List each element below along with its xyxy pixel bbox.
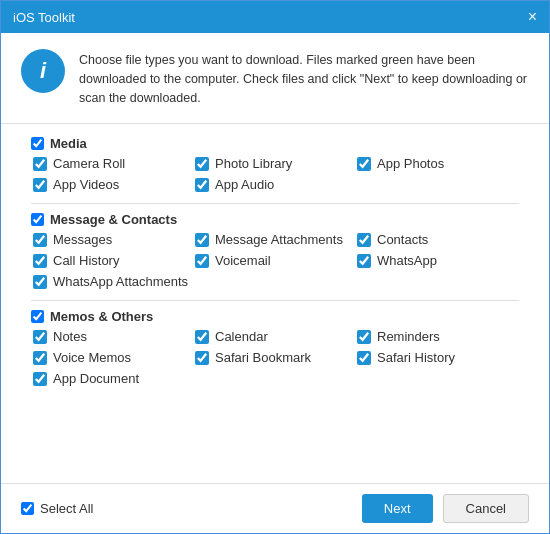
message-contacts-header-checkbox[interactable] [31,213,44,226]
memos-others-header: Memos & Others [31,309,519,324]
memos-others-section-label: Memos & Others [50,309,153,324]
message-attachments-checkbox[interactable] [195,233,209,247]
safari-history-checkbox[interactable] [357,351,371,365]
camera-roll-item[interactable]: Camera Roll [33,155,195,172]
media-header-checkbox[interactable] [31,137,44,150]
divider-1 [31,203,519,204]
info-banner: i Choose file types you want to download… [1,33,549,124]
photo-library-label: Photo Library [215,156,292,171]
close-button[interactable]: × [528,9,537,25]
memos-others-section: Memos & Others Notes Calendar Reminders [31,309,519,387]
voice-memos-label: Voice Memos [53,350,131,365]
camera-roll-label: Camera Roll [53,156,125,171]
select-all-checkbox[interactable] [21,502,34,515]
divider-2 [31,300,519,301]
safari-bookmark-item[interactable]: Safari Bookmark [195,349,357,366]
media-section-header: Media [31,136,519,151]
main-window: iOS Toolkit × i Choose file types you wa… [0,0,550,534]
app-audio-label: App Audio [215,177,274,192]
footer: Select All Next Cancel [1,483,549,533]
messages-item[interactable]: Messages [33,231,195,248]
contacts-checkbox[interactable] [357,233,371,247]
content-area: Media Camera Roll Photo Library App Phot… [1,124,549,483]
whatsapp-label: WhatsApp [377,253,437,268]
camera-roll-checkbox[interactable] [33,157,47,171]
message-contacts-checkboxes: Messages Message Attachments Contacts Ca… [31,231,519,290]
message-attachments-item[interactable]: Message Attachments [195,231,357,248]
message-contacts-section: Message & Contacts Messages Message Atta… [31,212,519,290]
voice-memos-item[interactable]: Voice Memos [33,349,195,366]
next-button[interactable]: Next [362,494,433,523]
calendar-checkbox[interactable] [195,330,209,344]
photo-library-item[interactable]: Photo Library [195,155,357,172]
calendar-label: Calendar [215,329,268,344]
call-history-checkbox[interactable] [33,254,47,268]
whatsapp-attachments-checkbox[interactable] [33,275,47,289]
info-icon: i [21,49,65,93]
safari-bookmark-checkbox[interactable] [195,351,209,365]
safari-bookmark-label: Safari Bookmark [215,350,311,365]
app-videos-checkbox[interactable] [33,178,47,192]
media-section: Media Camera Roll Photo Library App Phot… [31,136,519,193]
memos-others-header-checkbox[interactable] [31,310,44,323]
reminders-item[interactable]: Reminders [357,328,519,345]
voicemail-checkbox[interactable] [195,254,209,268]
app-document-label: App Document [53,371,139,386]
app-audio-checkbox[interactable] [195,178,209,192]
photo-library-checkbox[interactable] [195,157,209,171]
messages-checkbox[interactable] [33,233,47,247]
memos-others-checkboxes: Notes Calendar Reminders Voice Memos Saf… [31,328,519,387]
whatsapp-attachments-label: WhatsApp Attachments [53,274,188,289]
voicemail-item[interactable]: Voicemail [195,252,357,269]
message-contacts-section-label: Message & Contacts [50,212,177,227]
whatsapp-checkbox[interactable] [357,254,371,268]
safari-history-label: Safari History [377,350,455,365]
reminders-label: Reminders [377,329,440,344]
select-all-label[interactable]: Select All [40,501,93,516]
call-history-label: Call History [53,253,119,268]
safari-history-item[interactable]: Safari History [357,349,519,366]
app-audio-item[interactable]: App Audio [195,176,357,193]
whatsapp-attachments-item[interactable]: WhatsApp Attachments [33,273,195,290]
app-document-checkbox[interactable] [33,372,47,386]
message-contacts-header: Message & Contacts [31,212,519,227]
notes-item[interactable]: Notes [33,328,195,345]
cancel-button[interactable]: Cancel [443,494,529,523]
media-checkboxes: Camera Roll Photo Library App Photos App… [31,155,519,193]
voice-memos-checkbox[interactable] [33,351,47,365]
messages-label: Messages [53,232,112,247]
info-text: Choose file types you want to download. … [79,49,529,107]
notes-checkbox[interactable] [33,330,47,344]
reminders-checkbox[interactable] [357,330,371,344]
app-document-item[interactable]: App Document [33,370,195,387]
notes-label: Notes [53,329,87,344]
message-attachments-label: Message Attachments [215,232,343,247]
app-photos-checkbox[interactable] [357,157,371,171]
voicemail-label: Voicemail [215,253,271,268]
whatsapp-item[interactable]: WhatsApp [357,252,519,269]
footer-right: Next Cancel [362,494,529,523]
app-photos-label: App Photos [377,156,444,171]
contacts-item[interactable]: Contacts [357,231,519,248]
titlebar: iOS Toolkit × [1,1,549,33]
call-history-item[interactable]: Call History [33,252,195,269]
app-photos-item[interactable]: App Photos [357,155,519,172]
media-section-label: Media [50,136,87,151]
footer-left: Select All [21,501,93,516]
calendar-item[interactable]: Calendar [195,328,357,345]
app-videos-item[interactable]: App Videos [33,176,195,193]
contacts-label: Contacts [377,232,428,247]
window-title: iOS Toolkit [13,10,75,25]
app-videos-label: App Videos [53,177,119,192]
